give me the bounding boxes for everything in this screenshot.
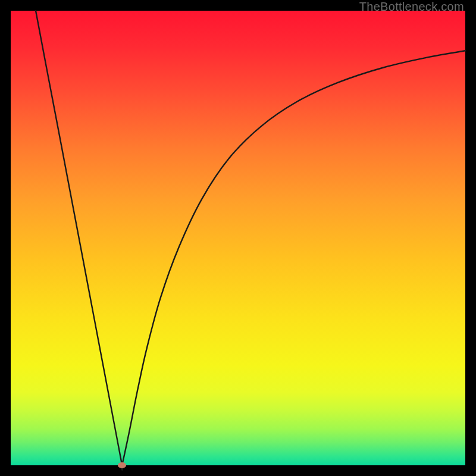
optimum-marker <box>118 462 126 468</box>
chart-frame: TheBottleneck.com <box>0 0 476 476</box>
bottleneck-curve <box>11 11 465 465</box>
watermark: TheBottleneck.com <box>359 0 464 14</box>
plot-area <box>11 11 465 465</box>
